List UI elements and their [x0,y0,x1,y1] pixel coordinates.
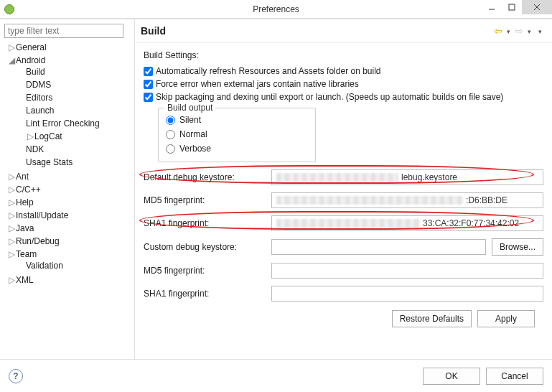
tree-item-android[interactable]: ◢Android Build DDMS Editors Launch Lint … [4,54,130,170]
nav-forward-menu[interactable] [526,26,533,36]
tree-item-rundebug[interactable]: ▷Run/Debug [4,235,130,248]
tree-item-general[interactable]: ▷General [4,41,130,54]
label-sha1: SHA1 fingerprint: [144,218,266,228]
close-button[interactable] [522,0,552,14]
tree-item-help[interactable]: ▷Help [4,196,130,209]
tree-item-logcat[interactable]: ▷LogCat [23,130,130,143]
checkbox-force-error[interactable]: Force error when external jars contain n… [144,78,543,90]
tree-item-editors[interactable]: Editors [23,91,130,104]
page-title: Build [141,25,166,37]
nav-back-icon[interactable]: ⇦ [492,25,504,37]
tree-item-team[interactable]: ▷Team Validation [4,248,130,274]
tree-item-java[interactable]: ▷Java [4,222,130,235]
tree-item-lint[interactable]: Lint Error Checking [23,117,130,130]
collapse-icon[interactable]: ◢ [7,55,16,65]
group-legend: Build output [164,103,215,113]
expand-icon[interactable]: ▷ [7,172,16,182]
checkbox-auto-refresh[interactable]: Automatically refresh Resources and Asse… [144,65,543,78]
tree-item-validation[interactable]: Validation [23,259,130,272]
app-icon [4,4,14,14]
content: Build ⇦ ⇨ Build Settings: Automatically … [135,19,552,359]
label-sha1-custom: SHA1 fingerprint: [144,289,266,299]
browse-button[interactable]: Browse... [492,238,543,256]
titlebar: Preferences [0,0,552,19]
tree-item-ant[interactable]: ▷Ant [4,170,130,183]
field-md5: blog.csdn.net :D6:BB:DE [271,192,543,208]
restore-defaults-button[interactable]: Restore Defaults [392,310,472,327]
tree-item-usage[interactable]: Usage Stats [23,156,130,169]
tree-item-ddms[interactable]: DDMS [23,78,130,91]
label-custom-keystore: Custom debug keystore: [144,242,266,252]
nav-forward-icon[interactable]: ⇨ [513,25,525,37]
minimize-button[interactable] [482,0,502,14]
label-md5: MD5 fingerprint: [144,195,266,205]
field-sha1: 33:CA:32:F0:77:34:42:02 [271,215,543,231]
tree-item-ccpp[interactable]: ▷C/C++ [4,183,130,196]
tree-item-ndk[interactable]: NDK [23,143,130,156]
tree-item-install[interactable]: ▷Install/Update [4,209,130,222]
page-menu-icon[interactable] [537,26,543,36]
build-output-group: Build output Silent Normal Verbose [158,108,316,162]
radio-normal[interactable]: Normal [166,127,308,141]
expand-icon[interactable]: ▷ [7,197,16,207]
expand-icon[interactable]: ▷ [7,185,16,195]
preference-tree: ▷General ◢Android Build DDMS Editors Lau… [4,41,130,286]
label-md5-custom: MD5 fingerprint: [144,266,266,276]
apply-button[interactable]: Apply [477,310,535,327]
sidebar: ▷General ◢Android Build DDMS Editors Lau… [0,19,135,359]
field-sha1-custom [271,286,543,302]
field-default-keystore: lebug.keystore [271,169,543,185]
radio-verbose[interactable]: Verbose [166,141,308,156]
expand-icon[interactable]: ▷ [7,236,16,246]
help-icon[interactable]: ? [9,369,23,383]
build-settings-label: Build Settings: [144,50,543,60]
dialog-footer: ? OK Cancel [0,359,552,392]
nav-back-menu[interactable] [505,26,512,36]
maximize-button[interactable] [502,0,522,14]
filter-input[interactable] [4,24,123,38]
radio-silent[interactable]: Silent [166,113,308,127]
checkbox-skip-packaging[interactable]: Skip packaging and dexing until export o… [144,90,543,103]
input-custom-keystore[interactable] [271,239,486,255]
expand-icon[interactable]: ▷ [7,42,16,52]
field-md5-custom [271,263,543,279]
tree-item-xml[interactable]: ▷XML [4,274,130,286]
svg-rect-1 [509,4,515,10]
expand-icon[interactable]: ▷ [26,131,34,141]
window-title: Preferences [253,4,299,14]
expand-icon[interactable]: ▷ [7,223,16,233]
cancel-button[interactable]: Cancel [486,368,543,385]
expand-icon[interactable]: ▷ [7,249,16,259]
expand-icon[interactable]: ▷ [7,210,16,220]
tree-item-launch[interactable]: Launch [23,104,130,117]
expand-icon[interactable]: ▷ [7,275,16,285]
tree-item-build[interactable]: Build [23,65,130,78]
label-default-keystore: Default debug keystore: [144,172,266,182]
ok-button[interactable]: OK [423,368,480,385]
